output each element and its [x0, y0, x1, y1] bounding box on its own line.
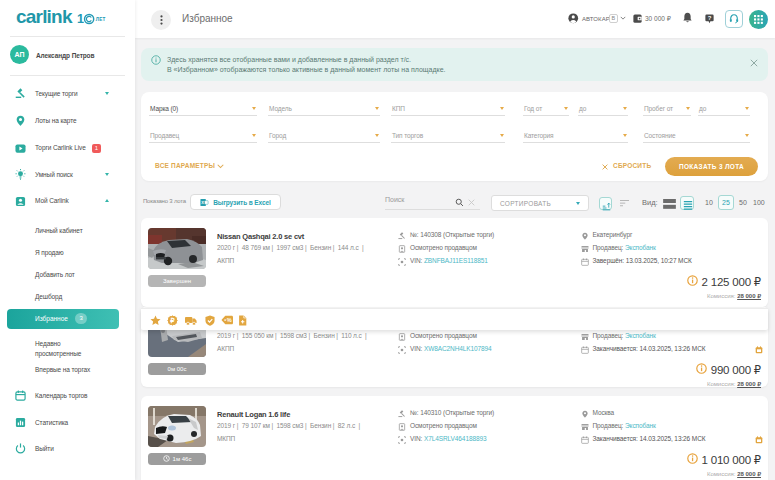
svg-text:1: 1: [77, 12, 84, 25]
svg-text:%: %: [226, 317, 231, 323]
svg-text:₽: ₽: [170, 316, 175, 323]
svg-text:X: X: [202, 200, 205, 205]
svg-text:?: ?: [708, 15, 712, 21]
svg-text:ЛЕТ: ЛЕТ: [96, 17, 106, 22]
